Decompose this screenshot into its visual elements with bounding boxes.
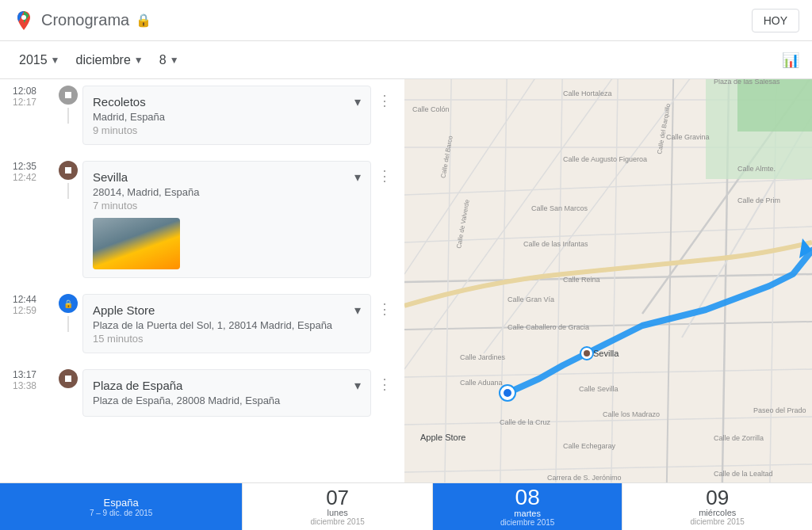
app-title: Cronograma (41, 11, 129, 29)
apple-store-dropdown[interactable]: ▾ (354, 303, 361, 318)
item-duration-sevilla: 7 minutos (93, 200, 361, 212)
bottom-range-item[interactable]: España 7 – 9 dic. de 2015 (0, 483, 243, 530)
item-duration-recoletos: 9 minutos (93, 124, 361, 136)
svg-line-11 (404, 369, 812, 377)
svg-text:Calle Gran Vía: Calle Gran Vía (508, 296, 554, 303)
maps-logo (13, 10, 35, 32)
month-select[interactable]: diciembre ▼ (69, 50, 149, 71)
svg-point-57 (580, 347, 593, 360)
plaza-espana-dropdown[interactable]: ▾ (354, 378, 361, 393)
timeline-line-3 (67, 316, 69, 332)
timeline-item-plaza-espana: 13:17 13:38 Plaza de España ▾ Plaza de E… (0, 363, 404, 426)
recoletos-dropdown[interactable]: ▾ (354, 94, 361, 109)
svg-text:Calle Echegaray: Calle Echegaray (563, 442, 616, 450)
svg-line-7 (404, 179, 812, 195)
more-icon-plaza-espana[interactable]: ⋮ (377, 376, 392, 393)
item-address-plaza-espana: Plaza de España, 28008 Madrid, España (93, 395, 361, 406)
more-icon-recoletos[interactable]: ⋮ (377, 92, 392, 109)
svg-text:Paseo del Prado: Paseo del Prado (753, 406, 806, 414)
svg-rect-26 (706, 79, 812, 179)
timeline-item-sevilla: 12:35 12:42 Sevilla ▾ 28014, Madrid, Esp… (0, 154, 404, 288)
svg-rect-27 (737, 79, 812, 132)
svg-text:Calle los Madrazo: Calle los Madrazo (603, 410, 660, 418)
item-address-apple-store: Plaza de la Puerta del Sol, 1, 28014 Mad… (93, 319, 361, 331)
day-num-07: 07 (326, 487, 349, 508)
svg-line-22 (682, 116, 812, 337)
svg-line-13 (404, 464, 812, 472)
timeline-item-recoletos: 12:08 12:17 Recoletos ▾ Madrid, España 9… (0, 79, 404, 154)
range-dates: 7 – 9 dic. de 2015 (90, 509, 153, 517)
svg-text:Calle de Valverde: Calle de Valverde (455, 199, 471, 250)
card-sevilla: Sevilla ▾ 28014, Madrid, España 7 minuto… (82, 161, 371, 278)
more-icon-sevilla[interactable]: ⋮ (377, 167, 392, 185)
svg-marker-56 (799, 238, 812, 258)
svg-text:Calle Gravina: Calle Gravina (666, 133, 710, 141)
icon-recoletos (59, 86, 78, 105)
svg-line-17 (611, 79, 619, 482)
item-duration-apple-store: 15 minutos (93, 333, 361, 345)
svg-text:Calle del Barquillo: Calle del Barquillo (656, 103, 672, 155)
time-start-recoletos: 12:08 (13, 86, 54, 97)
bottom-day-07[interactable]: 07 lunes diciembre 2015 (243, 483, 433, 530)
day-num-08: 08 (515, 486, 540, 509)
icon-sevilla (59, 161, 78, 180)
svg-point-59 (500, 385, 515, 401)
time-end-recoletos: 12:17 (13, 97, 54, 108)
svg-text:Carrera de S. Jerónimo: Carrera de S. Jerónimo (547, 474, 622, 482)
day-select[interactable]: 8 ▼ (153, 50, 186, 71)
item-address-sevilla: 28014, Madrid, España (93, 186, 361, 198)
svg-point-0 (21, 15, 26, 20)
svg-text:Calle de Zorrilla: Calle de Zorrilla (714, 434, 764, 442)
day-name-07: lunes (327, 508, 347, 517)
day-name-08: martes (514, 509, 541, 518)
main-content: 12:08 12:17 Recoletos ▾ Madrid, España 9… (0, 79, 812, 482)
svg-line-18 (666, 79, 674, 482)
svg-text:Calle Caballero de Gracia: Calle Caballero de Gracia (508, 323, 589, 331)
icon-apple-store: 🔒 (59, 294, 78, 313)
item-photo-sevilla (93, 218, 180, 269)
card-recoletos: Recoletos ▾ Madrid, España 9 minutos (82, 86, 371, 145)
year-chevron: ▼ (51, 55, 60, 66)
time-end-sevilla: 12:42 (13, 172, 54, 183)
svg-text:Calle del Barco: Calle del Barco (439, 135, 454, 179)
today-button[interactable]: HOY (752, 9, 799, 32)
bottom-day-09[interactable]: 09 miércoles diciembre 2015 (622, 483, 812, 530)
day-month-07: diciembre 2015 (310, 517, 364, 526)
range-label: España (104, 497, 139, 509)
svg-text:Calle de la Lealtad: Calle de la Lealtad (714, 470, 773, 478)
time-end-plaza: 13:38 (13, 380, 54, 391)
time-start-sevilla: 12:35 (13, 161, 54, 172)
icon-plaza-espana (59, 369, 78, 388)
year-select[interactable]: 2015 ▼ (13, 50, 66, 71)
svg-text:Calle Aduana: Calle Aduana (460, 379, 503, 387)
bottom-day-08[interactable]: 08 martes diciembre 2015 (433, 483, 623, 530)
svg-text:Sevilla: Sevilla (593, 349, 619, 358)
month-chevron: ▼ (134, 55, 144, 66)
svg-line-15 (500, 79, 508, 482)
svg-text:Calle Reina: Calle Reina (563, 276, 600, 284)
lock-icon: 🔒 (136, 13, 151, 28)
chart-icon[interactable]: 📊 (782, 51, 799, 69)
svg-text:Calle San Marcos: Calle San Marcos (531, 204, 588, 212)
map-panel[interactable]: Calle Colón Calle Hortaleza Calle de Aug… (404, 79, 812, 482)
svg-point-58 (584, 350, 590, 357)
svg-line-12 (404, 417, 812, 425)
svg-line-23 (484, 79, 722, 353)
svg-text:Calle Hortaleza: Calle Hortaleza (563, 90, 612, 97)
item-name-apple-store: Apple Store (93, 303, 155, 317)
more-icon-apple-store[interactable]: ⋮ (377, 300, 392, 318)
svg-text:Apple Store: Apple Store (420, 433, 465, 442)
svg-line-14 (444, 79, 452, 482)
svg-rect-4 (404, 79, 812, 482)
timeline-line (67, 108, 69, 124)
svg-line-8 (404, 227, 812, 242)
svg-text:Calle de Prim: Calle de Prim (737, 196, 780, 204)
svg-line-9 (404, 274, 812, 282)
sevilla-dropdown[interactable]: ▾ (354, 170, 361, 185)
day-month-09: diciembre 2015 (691, 517, 745, 526)
timeline-line-2 (67, 183, 69, 199)
svg-rect-1 (65, 92, 71, 98)
svg-text:Calle Jardines: Calle Jardines (460, 353, 506, 361)
day-name-09: miércoles (699, 508, 736, 517)
date-bar: 2015 ▼ diciembre ▼ 8 ▼ 📊 (0, 41, 812, 79)
